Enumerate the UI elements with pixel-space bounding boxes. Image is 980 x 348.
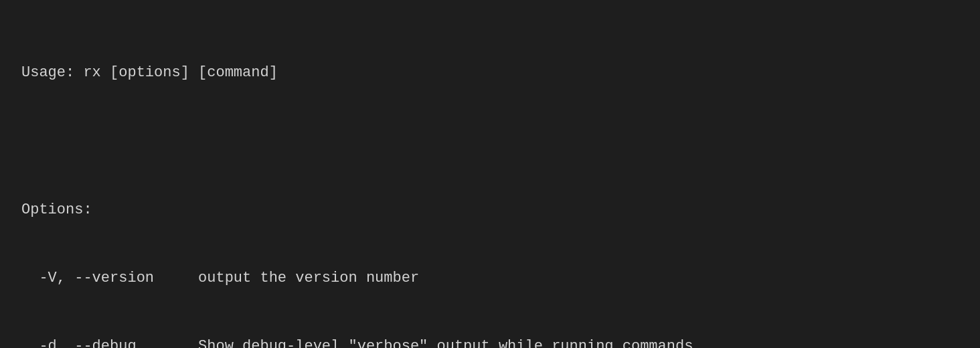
blank-line-1	[21, 130, 959, 153]
option-version-line: -V, --version output the version number	[21, 267, 959, 290]
terminal-output: Usage: rx [options] [command] Options: -…	[21, 16, 959, 348]
options-header: Options:	[21, 199, 959, 222]
usage-line: Usage: rx [options] [command]	[21, 62, 959, 84]
option-debug-line: -d, --debug Show debug-level "verbose" o…	[21, 335, 959, 348]
